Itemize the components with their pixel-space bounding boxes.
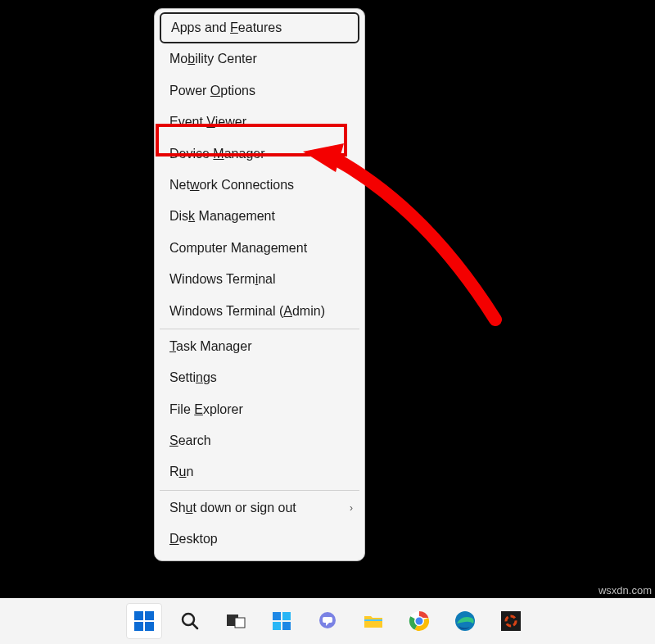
- svg-rect-15: [364, 619, 382, 621]
- menu-windows-terminal[interactable]: Windows Terminal: [155, 264, 364, 295]
- menu-label-post: n: [186, 465, 193, 478]
- menu-label-post: eatures: [238, 20, 282, 34]
- menu-shutdown-signout[interactable]: Shut down or sign out›: [155, 492, 364, 524]
- menu-label-pre: Power: [169, 84, 210, 98]
- menu-windows-terminal-admin[interactable]: Windows Terminal (Admin): [155, 296, 364, 327]
- menu-label-pre: Event: [169, 115, 206, 129]
- menu-settings[interactable]: Settings: [155, 362, 364, 393]
- menu-label-pre: R: [169, 465, 179, 478]
- menu-power-options[interactable]: Power Options: [155, 75, 364, 107]
- menu-label-pre: Setti: [169, 370, 196, 384]
- menu-network-connections[interactable]: Network Connections: [155, 170, 364, 201]
- menu-label-post: anager: [224, 147, 265, 161]
- menu-label-post: iewer: [215, 115, 246, 129]
- menu-label-mnemonic: V: [206, 115, 215, 129]
- search-button[interactable]: [172, 603, 208, 639]
- menu-label-mnemonic: E: [194, 402, 203, 416]
- start-button[interactable]: [126, 603, 162, 639]
- menu-label-post: nal: [258, 272, 275, 286]
- menu-desktop[interactable]: Desktop: [155, 524, 364, 555]
- winx-context-menu[interactable]: Apps and FeaturesMobility CenterPower Op…: [154, 8, 365, 561]
- menu-label-mnemonic: T: [169, 339, 176, 353]
- chrome-icon: [408, 610, 431, 633]
- menu-disk-management[interactable]: Disk Management: [155, 201, 364, 232]
- menu-label-post: ement: [271, 241, 307, 255]
- task-view-button[interactable]: [218, 603, 254, 639]
- svg-rect-9: [273, 612, 281, 620]
- svg-rect-12: [282, 622, 291, 630]
- edge-button[interactable]: [447, 603, 483, 639]
- menu-mobility-center[interactable]: Mobility Center: [155, 43, 364, 75]
- menu-label-pre: Windows Terminal (: [169, 304, 283, 318]
- chat-button[interactable]: [309, 603, 346, 639]
- menu-label-post: dmin): [292, 304, 325, 318]
- taskbar: [0, 598, 655, 644]
- svg-line-6: [192, 624, 197, 628]
- menu-label-pre: Dis: [169, 209, 188, 223]
- widgets-icon: [270, 610, 293, 633]
- menu-label-pre: File: [169, 402, 194, 416]
- menu-label-mnemonic: k: [188, 209, 195, 223]
- menu-task-manager[interactable]: Task Manager: [155, 331, 364, 362]
- menu-label-mnemonic: b: [187, 52, 195, 66]
- menu-divider: [160, 329, 359, 329]
- menu-event-viewer[interactable]: Event Viewer: [155, 107, 364, 138]
- svg-rect-20: [501, 611, 521, 631]
- menu-search[interactable]: Search: [155, 425, 364, 456]
- watermark: wsxdn.com: [599, 584, 652, 596]
- menu-label-post: ask Manager: [176, 339, 252, 353]
- menu-run[interactable]: Run: [155, 456, 364, 488]
- menu-label-mnemonic: w: [190, 178, 200, 192]
- menu-label-mnemonic: S: [169, 433, 178, 447]
- menu-label-mnemonic: M: [213, 147, 224, 161]
- menu-label-pre: Sh: [169, 501, 186, 515]
- widgets-button[interactable]: [264, 603, 300, 639]
- menu-label-mnemonic: D: [169, 532, 179, 546]
- file-explorer-button[interactable]: [355, 603, 391, 639]
- menu-file-explorer[interactable]: File Explorer: [155, 394, 364, 425]
- menu-label-post: Management: [195, 209, 275, 223]
- svg-rect-11: [273, 622, 281, 630]
- menu-label-post: ork Connections: [199, 178, 294, 192]
- svg-rect-8: [235, 618, 245, 628]
- menu-label-post: esktop: [179, 532, 218, 546]
- search-icon: [179, 610, 201, 632]
- svg-rect-2: [145, 611, 154, 620]
- svg-rect-3: [134, 622, 143, 631]
- menu-label-post: earch: [178, 433, 211, 447]
- edge-icon: [454, 610, 477, 633]
- menu-label-post: ility Center: [195, 52, 257, 66]
- folder-icon: [362, 610, 385, 633]
- menu-apps-features[interactable]: Apps and Features: [160, 12, 359, 43]
- chat-icon: [316, 610, 339, 633]
- menu-label-post: xplorer: [203, 402, 243, 416]
- menu-label-pre: Computer Mana: [169, 241, 264, 255]
- menu-label-pre: Mo: [169, 52, 187, 66]
- menu-label-mnemonic: n: [196, 370, 203, 384]
- menu-label-mnemonic: A: [283, 304, 292, 318]
- svg-rect-14: [323, 617, 332, 623]
- menu-label-mnemonic: O: [210, 84, 220, 98]
- chrome-button[interactable]: [401, 603, 437, 639]
- menu-label-pre: Windows Term: [169, 272, 255, 286]
- menu-label-pre: Apps and: [171, 20, 230, 34]
- app-icon: [499, 610, 522, 633]
- menu-label-mnemonic: F: [230, 20, 238, 34]
- menu-label-mnemonic: g: [264, 241, 271, 255]
- windows-logo-icon: [133, 610, 156, 633]
- chevron-right-icon: ›: [350, 501, 353, 515]
- svg-point-18: [416, 618, 423, 625]
- menu-divider: [160, 490, 359, 491]
- svg-rect-1: [134, 611, 143, 620]
- svg-rect-10: [282, 612, 291, 620]
- app-button[interactable]: [493, 603, 529, 639]
- menu-label-post: ptions: [220, 84, 255, 98]
- menu-label-post: gs: [203, 370, 217, 384]
- menu-label-pre: Net: [169, 178, 190, 192]
- menu-label-pre: Device: [169, 147, 213, 161]
- menu-device-manager[interactable]: Device Manager: [155, 138, 364, 170]
- svg-rect-4: [145, 622, 154, 631]
- task-view-icon: [224, 610, 247, 633]
- menu-label-post: t down or sign out: [192, 501, 296, 515]
- menu-computer-management[interactable]: Computer Management: [155, 233, 364, 264]
